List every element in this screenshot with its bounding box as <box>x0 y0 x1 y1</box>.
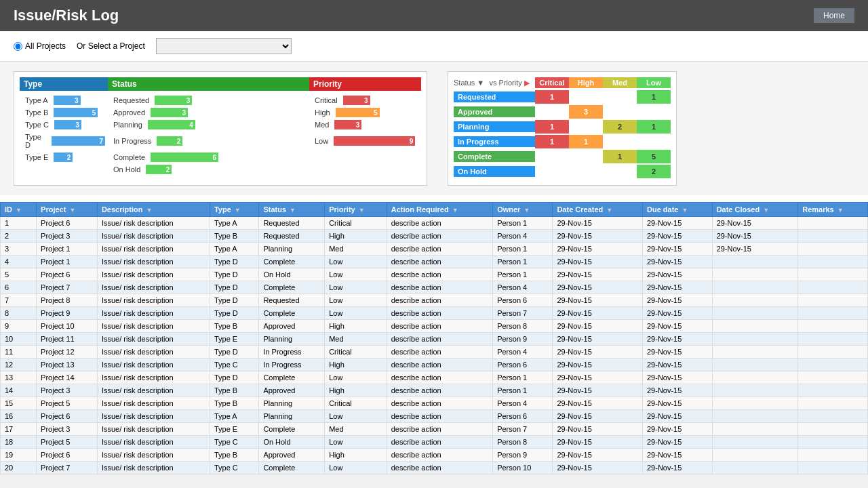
table-head: ID ▼Project ▼Description ▼Type ▼Status ▼… <box>1 203 868 217</box>
col-header-type[interactable]: Type ▼ <box>210 203 258 217</box>
table-row: 13Project 14Issue/ risk descriptionType … <box>1 371 868 384</box>
cell-remarks <box>798 397 868 410</box>
cell-type: Type D <box>210 268 258 281</box>
col-header-status[interactable]: Status ▼ <box>259 203 325 217</box>
cell-remarks <box>798 346 868 359</box>
cell-status: On Hold <box>259 436 325 449</box>
matrix-col-header-med: Med <box>603 77 637 88</box>
type-bar-cell: Type C3 <box>20 119 108 130</box>
cell-action-required: describe action <box>387 333 492 346</box>
cell-date-created: 29-Nov-15 <box>553 436 643 449</box>
cell-type: Type D <box>210 371 258 384</box>
cell-remarks <box>798 294 868 307</box>
col-header-action-required[interactable]: Action Required ▼ <box>387 203 492 217</box>
cell-status: Complete <box>259 423 325 436</box>
type-header: Type <box>20 77 108 91</box>
cell-type: Type D <box>210 256 258 268</box>
all-projects-radio-label[interactable]: All Projects <box>14 41 66 51</box>
cell-type: Type C <box>210 359 258 371</box>
cell-remarks <box>798 307 868 320</box>
matrix-row: Requested11 <box>454 90 671 104</box>
matrix-row: Complete15 <box>454 150 671 163</box>
cell-description: Issue/ risk description <box>97 307 210 320</box>
matrix-cell <box>603 135 637 148</box>
filter-icon: ▼ <box>837 207 844 214</box>
cell-owner: Person 1 <box>493 371 553 384</box>
col-header-date-closed[interactable]: Date Closed ▼ <box>712 203 798 217</box>
priority-bar-cell: High5 <box>309 107 421 118</box>
cell-date-closed: 29-Nov-15 <box>712 217 798 230</box>
cell-date-closed <box>712 384 798 397</box>
cell-description: Issue/ risk description <box>97 243 210 256</box>
cell-action-required: describe action <box>387 243 492 256</box>
bar-row: Type E2Complete6 <box>20 152 421 163</box>
table-row: 12Project 13Issue/ risk descriptionType … <box>1 359 868 371</box>
home-button[interactable]: Home <box>814 8 854 23</box>
cell-description: Issue/ risk description <box>97 462 210 474</box>
cell-project: Project 6 <box>37 410 98 423</box>
col-header-project[interactable]: Project ▼ <box>37 203 98 217</box>
col-header-priority[interactable]: Priority ▼ <box>325 203 387 217</box>
matrix-cell: 1 <box>637 90 671 104</box>
cell-id: 1 <box>1 217 37 230</box>
cell-status: Planning <box>259 397 325 410</box>
cell-priority: High <box>325 449 387 462</box>
status-label: Status ▼ <box>454 79 484 87</box>
cell-description: Issue/ risk description <box>97 281 210 294</box>
filter-icon: ▼ <box>606 207 612 214</box>
cell-date-created: 29-Nov-15 <box>553 281 643 294</box>
filter-icon: ▼ <box>290 207 296 214</box>
matrix-cell <box>535 165 569 178</box>
cell-action-required: describe action <box>387 423 492 436</box>
cell-description: Issue/ risk description <box>97 436 210 449</box>
all-projects-radio[interactable] <box>14 42 22 51</box>
cell-date-closed <box>712 436 798 449</box>
cell-priority: Low <box>325 307 387 320</box>
filter-icon: ▼ <box>146 207 153 214</box>
cell-type: Type A <box>210 217 258 230</box>
col-header-remarks[interactable]: Remarks ▼ <box>798 203 868 217</box>
cell-id: 14 <box>1 384 37 397</box>
cell-remarks <box>798 320 868 333</box>
cell-owner: Person 4 <box>493 230 553 243</box>
bar-row: Type B5Approved3High5 <box>20 107 421 118</box>
col-header-date-created[interactable]: Date Created ▼ <box>553 203 643 217</box>
cell-status: Planning <box>259 333 325 346</box>
cell-status: Requested <box>259 230 325 243</box>
cell-owner: Person 9 <box>493 449 553 462</box>
cell-due-date: 29-Nov-15 <box>642 256 712 268</box>
cell-type: Type D <box>210 346 258 359</box>
cell-remarks <box>798 281 868 294</box>
cell-type: Type B <box>210 397 258 410</box>
matrix-col-headers: CriticalHighMedLow <box>535 77 671 88</box>
col-header-owner[interactable]: Owner ▼ <box>493 203 553 217</box>
cell-id: 10 <box>1 333 37 346</box>
cell-date-created: 29-Nov-15 <box>553 268 643 281</box>
cell-remarks <box>798 384 868 397</box>
cell-owner: Person 6 <box>493 359 553 371</box>
cell-date-closed <box>712 346 798 359</box>
cell-id: 13 <box>1 371 37 384</box>
matrix-cell: 1 <box>535 135 569 148</box>
cell-project: Project 6 <box>37 268 98 281</box>
col-header-due-date[interactable]: Due date ▼ <box>642 203 712 217</box>
cell-description: Issue/ risk description <box>97 410 210 423</box>
cell-date-closed <box>712 359 798 371</box>
cell-id: 20 <box>1 462 37 474</box>
cell-description: Issue/ risk description <box>97 230 210 243</box>
col-header-id[interactable]: ID ▼ <box>1 203 37 217</box>
col-header-description[interactable]: Description ▼ <box>97 203 210 217</box>
cell-status: Complete <box>259 281 325 294</box>
cell-priority: Low <box>325 256 387 268</box>
table-row: 5Project 6Issue/ risk descriptionType DO… <box>1 268 868 281</box>
cell-description: Issue/ risk description <box>97 294 210 307</box>
cell-description: Issue/ risk description <box>97 320 210 333</box>
cell-priority: Med <box>325 423 387 436</box>
cell-project: Project 6 <box>37 217 98 230</box>
matrix-chart: Status ▼ vs Priority ▶ CriticalHighMedLo… <box>448 71 677 186</box>
project-select[interactable] <box>156 38 292 54</box>
left-chart: Type Status Priority Type A3Requested3Cr… <box>14 71 427 186</box>
cell-priority: Low <box>325 294 387 307</box>
table-row: 18Project 5Issue/ risk descriptionType C… <box>1 436 868 449</box>
cell-type: Type A <box>210 243 258 256</box>
